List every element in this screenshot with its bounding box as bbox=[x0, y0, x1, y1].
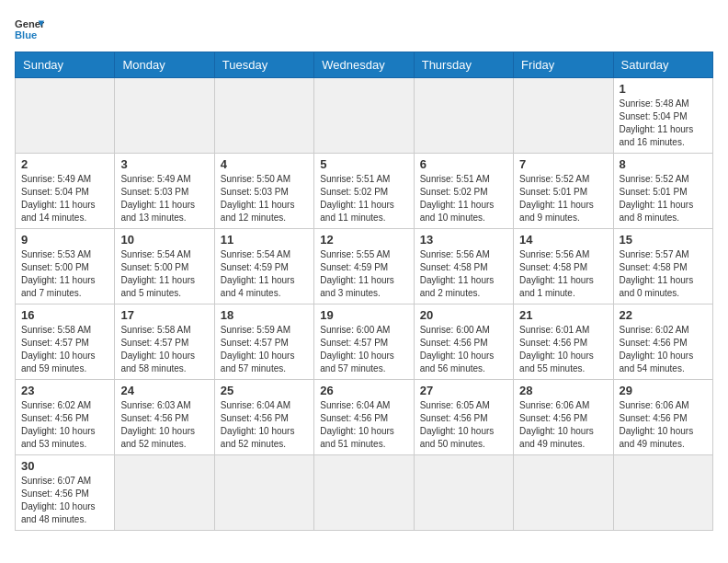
day-info: Sunrise: 6:04 AM Sunset: 4:56 PM Dayligh… bbox=[221, 399, 308, 451]
calendar-cell: 29Sunrise: 6:06 AM Sunset: 4:56 PM Dayli… bbox=[613, 380, 712, 455]
day-info: Sunrise: 6:06 AM Sunset: 4:56 PM Dayligh… bbox=[620, 399, 707, 451]
day-number: 22 bbox=[620, 308, 707, 322]
day-number: 20 bbox=[420, 308, 507, 322]
calendar-week-4: 23Sunrise: 6:02 AM Sunset: 4:56 PM Dayli… bbox=[16, 380, 713, 455]
day-number: 21 bbox=[519, 308, 607, 322]
day-info: Sunrise: 5:49 AM Sunset: 5:04 PM Dayligh… bbox=[21, 173, 108, 224]
day-info: Sunrise: 5:49 AM Sunset: 5:03 PM Dayligh… bbox=[120, 173, 208, 224]
day-number: 10 bbox=[120, 233, 208, 247]
day-number: 30 bbox=[21, 459, 108, 473]
day-info: Sunrise: 6:00 AM Sunset: 4:57 PM Dayligh… bbox=[320, 324, 407, 375]
calendar-cell: 27Sunrise: 6:05 AM Sunset: 4:56 PM Dayli… bbox=[414, 380, 513, 455]
day-number: 11 bbox=[221, 233, 308, 247]
day-info: Sunrise: 5:56 AM Sunset: 4:58 PM Dayligh… bbox=[519, 248, 607, 300]
calendar-cell bbox=[16, 78, 115, 154]
calendar-cell bbox=[514, 455, 613, 531]
logo: General Blue bbox=[15, 15, 44, 44]
day-number: 27 bbox=[420, 384, 507, 397]
generalblue-logo-icon: General Blue bbox=[15, 15, 44, 44]
day-number: 16 bbox=[21, 308, 108, 322]
header: General Blue bbox=[15, 15, 713, 44]
day-info: Sunrise: 5:57 AM Sunset: 4:58 PM Dayligh… bbox=[620, 248, 707, 300]
day-number: 13 bbox=[420, 233, 507, 247]
day-number: 15 bbox=[620, 233, 707, 247]
calendar-cell: 1Sunrise: 5:48 AM Sunset: 5:04 PM Daylig… bbox=[613, 78, 712, 154]
day-header-tuesday: Tuesday bbox=[214, 52, 313, 78]
day-info: Sunrise: 5:58 AM Sunset: 4:57 PM Dayligh… bbox=[21, 324, 108, 375]
day-info: Sunrise: 6:01 AM Sunset: 4:56 PM Dayligh… bbox=[519, 324, 607, 375]
day-number: 24 bbox=[120, 384, 208, 397]
calendar-cell: 11Sunrise: 5:54 AM Sunset: 4:59 PM Dayli… bbox=[214, 229, 313, 304]
calendar-cell: 10Sunrise: 5:54 AM Sunset: 5:00 PM Dayli… bbox=[115, 229, 214, 304]
day-info: Sunrise: 5:51 AM Sunset: 5:02 PM Dayligh… bbox=[320, 173, 407, 224]
day-number: 3 bbox=[120, 157, 208, 171]
day-number: 14 bbox=[519, 233, 607, 247]
calendar-cell: 5Sunrise: 5:51 AM Sunset: 5:02 PM Daylig… bbox=[314, 154, 414, 229]
calendar-cell: 26Sunrise: 6:04 AM Sunset: 4:56 PM Dayli… bbox=[314, 380, 414, 455]
day-number: 12 bbox=[320, 233, 407, 247]
day-info: Sunrise: 5:50 AM Sunset: 5:03 PM Dayligh… bbox=[221, 173, 308, 224]
day-number: 1 bbox=[620, 82, 707, 96]
day-info: Sunrise: 5:55 AM Sunset: 4:59 PM Dayligh… bbox=[320, 248, 407, 300]
calendar-cell: 8Sunrise: 5:52 AM Sunset: 5:01 PM Daylig… bbox=[613, 154, 712, 229]
calendar-week-0: 1Sunrise: 5:48 AM Sunset: 5:04 PM Daylig… bbox=[16, 78, 713, 154]
day-number: 17 bbox=[120, 308, 208, 322]
calendar-cell bbox=[214, 78, 313, 154]
day-info: Sunrise: 6:07 AM Sunset: 4:56 PM Dayligh… bbox=[21, 475, 108, 526]
day-info: Sunrise: 5:53 AM Sunset: 5:00 PM Dayligh… bbox=[21, 248, 108, 300]
calendar-cell bbox=[613, 455, 712, 531]
calendar-cell: 23Sunrise: 6:02 AM Sunset: 4:56 PM Dayli… bbox=[16, 380, 115, 455]
calendar-cell bbox=[115, 455, 214, 531]
day-info: Sunrise: 6:02 AM Sunset: 4:56 PM Dayligh… bbox=[620, 324, 707, 375]
calendar-cell: 7Sunrise: 5:52 AM Sunset: 5:01 PM Daylig… bbox=[514, 154, 613, 229]
day-number: 6 bbox=[420, 157, 507, 171]
calendar-cell: 2Sunrise: 5:49 AM Sunset: 5:04 PM Daylig… bbox=[16, 154, 115, 229]
calendar-cell: 13Sunrise: 5:56 AM Sunset: 4:58 PM Dayli… bbox=[414, 229, 513, 304]
day-number: 18 bbox=[221, 308, 308, 322]
calendar-cell bbox=[514, 78, 613, 154]
day-number: 7 bbox=[519, 157, 607, 171]
calendar-cell: 28Sunrise: 6:06 AM Sunset: 4:56 PM Dayli… bbox=[514, 380, 613, 455]
day-number: 8 bbox=[620, 157, 707, 171]
day-info: Sunrise: 6:06 AM Sunset: 4:56 PM Dayligh… bbox=[519, 399, 607, 451]
day-number: 4 bbox=[221, 157, 308, 171]
day-number: 25 bbox=[221, 384, 308, 397]
day-number: 5 bbox=[320, 157, 407, 171]
calendar-cell: 30Sunrise: 6:07 AM Sunset: 4:56 PM Dayli… bbox=[16, 455, 115, 531]
day-info: Sunrise: 5:54 AM Sunset: 5:00 PM Dayligh… bbox=[120, 248, 208, 300]
day-info: Sunrise: 5:52 AM Sunset: 5:01 PM Dayligh… bbox=[620, 173, 707, 224]
calendar-cell: 25Sunrise: 6:04 AM Sunset: 4:56 PM Dayli… bbox=[214, 380, 313, 455]
calendar-cell bbox=[414, 455, 513, 531]
calendar-cell: 15Sunrise: 5:57 AM Sunset: 4:58 PM Dayli… bbox=[613, 229, 712, 304]
calendar-cell: 21Sunrise: 6:01 AM Sunset: 4:56 PM Dayli… bbox=[514, 304, 613, 380]
day-info: Sunrise: 5:51 AM Sunset: 5:02 PM Dayligh… bbox=[420, 173, 507, 224]
calendar-cell: 20Sunrise: 6:00 AM Sunset: 4:56 PM Dayli… bbox=[414, 304, 513, 380]
day-info: Sunrise: 6:00 AM Sunset: 4:56 PM Dayligh… bbox=[420, 324, 507, 375]
calendar-cell bbox=[414, 78, 513, 154]
calendar-cell: 14Sunrise: 5:56 AM Sunset: 4:58 PM Dayli… bbox=[514, 229, 613, 304]
calendar-week-5: 30Sunrise: 6:07 AM Sunset: 4:56 PM Dayli… bbox=[16, 455, 713, 531]
day-number: 23 bbox=[21, 384, 108, 397]
day-info: Sunrise: 5:54 AM Sunset: 4:59 PM Dayligh… bbox=[221, 248, 308, 300]
day-number: 2 bbox=[21, 157, 108, 171]
day-header-wednesday: Wednesday bbox=[314, 52, 414, 78]
day-header-thursday: Thursday bbox=[414, 52, 513, 78]
calendar-header-row: SundayMondayTuesdayWednesdayThursdayFrid… bbox=[16, 52, 713, 78]
day-number: 29 bbox=[620, 384, 707, 397]
day-info: Sunrise: 5:59 AM Sunset: 4:57 PM Dayligh… bbox=[221, 324, 308, 375]
calendar-cell: 24Sunrise: 6:03 AM Sunset: 4:56 PM Dayli… bbox=[115, 380, 214, 455]
calendar-cell: 6Sunrise: 5:51 AM Sunset: 5:02 PM Daylig… bbox=[414, 154, 513, 229]
calendar-cell bbox=[314, 78, 414, 154]
day-header-friday: Friday bbox=[514, 52, 613, 78]
day-info: Sunrise: 5:58 AM Sunset: 4:57 PM Dayligh… bbox=[120, 324, 208, 375]
calendar-cell: 12Sunrise: 5:55 AM Sunset: 4:59 PM Dayli… bbox=[314, 229, 414, 304]
calendar-week-1: 2Sunrise: 5:49 AM Sunset: 5:04 PM Daylig… bbox=[16, 154, 713, 229]
calendar-cell: 16Sunrise: 5:58 AM Sunset: 4:57 PM Dayli… bbox=[16, 304, 115, 380]
day-header-sunday: Sunday bbox=[16, 52, 115, 78]
calendar-cell bbox=[115, 78, 214, 154]
calendar-week-2: 9Sunrise: 5:53 AM Sunset: 5:00 PM Daylig… bbox=[16, 229, 713, 304]
day-header-monday: Monday bbox=[115, 52, 214, 78]
day-info: Sunrise: 5:56 AM Sunset: 4:58 PM Dayligh… bbox=[420, 248, 507, 300]
day-number: 26 bbox=[320, 384, 407, 397]
day-number: 9 bbox=[21, 233, 108, 247]
